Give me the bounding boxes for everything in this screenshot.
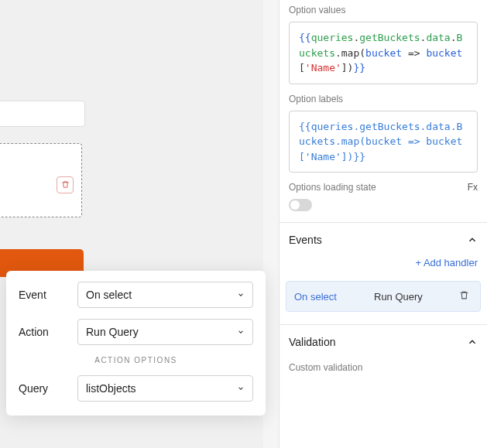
- action-field-label: Action: [19, 326, 67, 338]
- validation-title: Validation: [289, 336, 335, 348]
- chevron-up-icon: [467, 234, 478, 245]
- loading-state-row: Options loading state Fx: [280, 182, 487, 193]
- properties-sidebar: Option values {{queries.getBuckets.data.…: [279, 0, 487, 448]
- event-handler-popup: Event On select Action Run Query Action …: [6, 271, 266, 416]
- query-select-value: listObjects: [86, 382, 136, 395]
- custom-validation-label: Custom validation: [280, 359, 487, 373]
- action-select-value: Run Query: [86, 326, 139, 338]
- event-select-value: On select: [86, 289, 132, 301]
- events-title: Events: [289, 234, 322, 246]
- query-field-label: Query: [19, 382, 67, 395]
- option-values-group: Option values {{queries.getBuckets.data.…: [280, 5, 487, 84]
- handler-action-label: Run Query: [374, 291, 449, 303]
- chevron-down-icon: [237, 385, 245, 392]
- action-options-heading: Action Options: [19, 356, 253, 364]
- event-select[interactable]: On select: [77, 282, 253, 308]
- trash-icon: [459, 290, 469, 303]
- delete-button[interactable]: [57, 176, 74, 193]
- add-handler-link[interactable]: + Add handler: [280, 257, 487, 276]
- validation-section-header[interactable]: Validation: [280, 325, 487, 359]
- delete-handler-button[interactable]: [455, 288, 472, 305]
- option-labels-input[interactable]: {{queries.getBuckets.data.Buckets.map(bu…: [289, 111, 478, 173]
- fx-toggle-label[interactable]: Fx: [468, 182, 478, 193]
- chevron-up-icon: [467, 337, 478, 347]
- events-section-header[interactable]: Events: [280, 223, 487, 257]
- option-values-input[interactable]: {{queries.getBuckets.data.Buckets.map(bu…: [289, 22, 478, 84]
- loading-state-toggle[interactable]: [289, 199, 312, 211]
- option-values-label: Option values: [289, 5, 478, 15]
- chevron-down-icon: [237, 328, 245, 336]
- trash-icon: [61, 180, 70, 190]
- canvas-dropzone[interactable]: [0, 143, 82, 217]
- option-labels-group: Option labels {{queries.getBuckets.data.…: [280, 94, 487, 173]
- query-select[interactable]: listObjects: [77, 375, 253, 402]
- loading-state-label: Options loading state: [289, 182, 376, 193]
- event-field-label: Event: [19, 289, 67, 301]
- event-handler-row[interactable]: On select Run Query: [286, 281, 481, 312]
- option-labels-label: Option labels: [289, 94, 478, 104]
- handler-event-label: On select: [294, 291, 368, 303]
- chevron-down-icon: [237, 291, 245, 299]
- action-select[interactable]: Run Query: [77, 319, 253, 345]
- canvas-text-input[interactable]: [0, 101, 85, 127]
